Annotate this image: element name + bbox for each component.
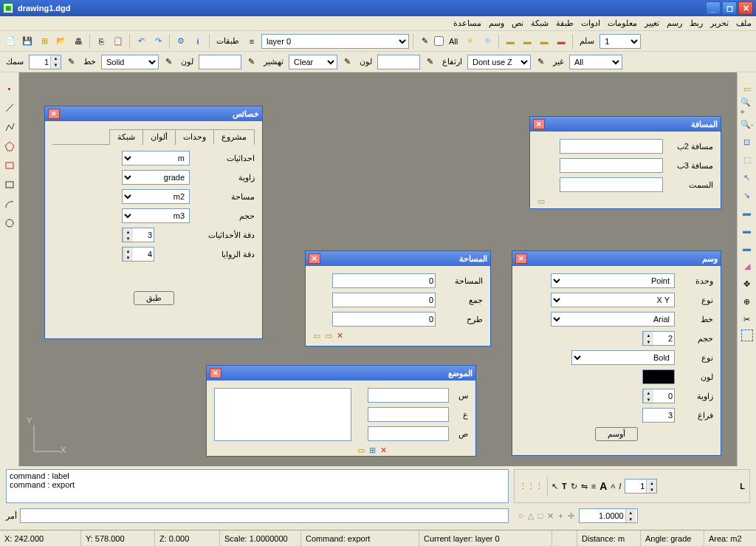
ruler-icon[interactable]: ▭ xyxy=(740,81,755,96)
font-select[interactable]: Arial xyxy=(551,312,675,327)
layer2-icon[interactable]: ▬ xyxy=(740,223,755,238)
point-tool-icon[interactable]: • xyxy=(2,81,17,96)
d3-field[interactable] xyxy=(560,158,663,173)
area-delete-icon[interactable]: ✕ xyxy=(337,331,343,341)
color2-field[interactable] xyxy=(377,55,420,69)
coord-prec-spinner[interactable]: ▲▼ xyxy=(122,228,154,242)
save-icon[interactable]: 💾 xyxy=(20,34,35,49)
zoom-prev-icon[interactable]: ↖ xyxy=(740,170,755,185)
position-list[interactable] xyxy=(214,388,351,441)
type1-select[interactable]: X Y xyxy=(551,293,675,307)
coords-select[interactable]: m xyxy=(122,151,190,165)
label-apply-button[interactable]: أوسم xyxy=(595,427,638,441)
align-icon[interactable]: ≡ xyxy=(591,482,596,491)
arc-tool-icon[interactable] xyxy=(2,197,17,211)
circle-tool-icon[interactable] xyxy=(2,216,17,231)
command-log[interactable]: command : label command : export xyxy=(6,469,509,503)
zoom-out-icon[interactable]: 🔍- xyxy=(740,117,755,132)
italic-icon[interactable]: I xyxy=(619,482,621,491)
layer-l-icon[interactable]: L xyxy=(740,482,745,491)
thickness-pen-icon[interactable]: ✎ xyxy=(63,55,78,69)
shape-circle-icon[interactable]: ○ xyxy=(518,511,523,520)
rotate-icon[interactable]: ↻ xyxy=(571,482,577,491)
py-field[interactable] xyxy=(368,407,449,422)
undo-icon[interactable]: ↶ xyxy=(134,34,148,49)
unit-select[interactable]: Point xyxy=(551,273,675,288)
scale-select[interactable]: 1 xyxy=(599,34,641,49)
thickness-spinner[interactable]: ▲▼ xyxy=(29,55,61,69)
layer3-icon[interactable]: ▬ xyxy=(740,241,755,256)
azimuth-field[interactable] xyxy=(560,177,663,192)
menu-file[interactable]: ملف xyxy=(736,18,752,28)
zoom-next-icon[interactable]: ↘ xyxy=(740,188,755,202)
open-icon[interactable]: 📂 xyxy=(54,34,69,49)
menu-edit[interactable]: تحرير xyxy=(710,18,729,28)
tab-grid[interactable]: شبكة xyxy=(109,129,143,145)
color2-pen-icon[interactable]: ✎ xyxy=(422,55,437,69)
area-tool1-icon[interactable]: ▭ xyxy=(313,331,320,341)
menu-grid[interactable]: شبكة xyxy=(531,18,549,28)
polyline-tool-icon[interactable] xyxy=(2,120,17,134)
size-spinner[interactable]: ▲▼ xyxy=(642,331,675,346)
layerset1-icon[interactable]: ▬ xyxy=(503,34,518,49)
volume-select[interactable]: m3 xyxy=(122,208,190,223)
position-close-icon[interactable]: ✕ xyxy=(210,368,221,378)
label-close-icon[interactable]: ✕ xyxy=(515,253,527,264)
redo-icon[interactable]: ↷ xyxy=(151,34,165,49)
tab-units[interactable]: وحدات xyxy=(175,129,214,145)
rect2-tool-icon[interactable] xyxy=(2,177,17,192)
area-tool2-icon[interactable]: ▭ xyxy=(325,331,332,341)
eraser-icon[interactable]: ◢ xyxy=(740,259,755,273)
menu-info[interactable]: معلومات xyxy=(608,18,637,28)
px-field[interactable] xyxy=(368,388,449,403)
shape-plus-icon[interactable]: + xyxy=(558,511,563,520)
new-icon[interactable]: 📄 xyxy=(3,34,18,49)
tab-colors[interactable]: ألوان xyxy=(142,129,176,145)
distance-close-icon[interactable]: ✕ xyxy=(533,119,545,129)
maximize-button[interactable]: ◻ xyxy=(722,1,737,15)
pen-icon[interactable]: ✎ xyxy=(417,34,432,49)
gap-field[interactable] xyxy=(642,408,675,423)
copy-icon[interactable]: ⎘ xyxy=(94,34,109,49)
saveall-icon[interactable]: ⊞ xyxy=(37,34,52,49)
paste-icon[interactable]: 📋 xyxy=(111,34,126,49)
menu-help[interactable]: مساعدة xyxy=(453,18,481,28)
d2-field[interactable] xyxy=(560,139,663,154)
tab-project[interactable]: مشروع xyxy=(213,129,255,145)
snap-icon[interactable]: ⊕ xyxy=(740,294,755,309)
print-icon[interactable]: 🖶 xyxy=(71,34,86,49)
area-select[interactable]: m2 xyxy=(122,189,190,204)
settings-icon[interactable]: ⚙ xyxy=(173,34,188,49)
font-big-icon[interactable]: A xyxy=(599,480,607,492)
layerset4-icon[interactable]: ▬ xyxy=(554,34,568,49)
text-icon[interactable]: T xyxy=(562,482,567,491)
close-button[interactable]: ✕ xyxy=(738,1,753,15)
command-input[interactable] xyxy=(20,508,509,523)
menu-modify[interactable]: تغيير xyxy=(645,18,659,28)
hatch-select[interactable]: Clear xyxy=(289,55,337,69)
menu-layer[interactable]: طبقة xyxy=(556,18,574,28)
zoom-window-icon[interactable]: ⬚ xyxy=(740,152,755,167)
area-val-field[interactable] xyxy=(332,273,436,288)
menu-tools[interactable]: ادوات xyxy=(581,18,600,28)
layerset3-icon[interactable]: ▬ xyxy=(537,34,551,49)
cursor-icon[interactable]: ↖ xyxy=(551,482,558,491)
line-pen-icon[interactable]: ✎ xyxy=(161,55,176,69)
menu-text[interactable]: نص xyxy=(512,18,523,28)
flip-icon[interactable]: ⇋ xyxy=(581,482,588,491)
lcolor-field[interactable] xyxy=(642,369,675,384)
angle-select[interactable]: grade xyxy=(122,170,190,185)
shape-sq-icon[interactable]: □ xyxy=(538,511,543,520)
sun-icon[interactable]: ☀ xyxy=(463,34,478,49)
height-pen-icon[interactable]: ✎ xyxy=(533,55,548,69)
pos-tool2-icon[interactable]: ⊞ xyxy=(369,446,376,455)
font-small-icon[interactable]: A xyxy=(611,482,615,490)
zoom-fit-icon[interactable]: ⊡ xyxy=(740,134,755,149)
pos-tool1-icon[interactable]: ▭ xyxy=(357,446,365,455)
line-style-select[interactable]: Solid xyxy=(101,55,159,69)
zoom-in-icon[interactable]: 🔍+ xyxy=(740,99,755,114)
layer1-icon[interactable]: ▬ xyxy=(740,205,755,220)
sum-field[interactable] xyxy=(332,293,436,307)
trim-icon[interactable]: ✂ xyxy=(740,312,755,327)
select-icon[interactable] xyxy=(741,330,753,341)
